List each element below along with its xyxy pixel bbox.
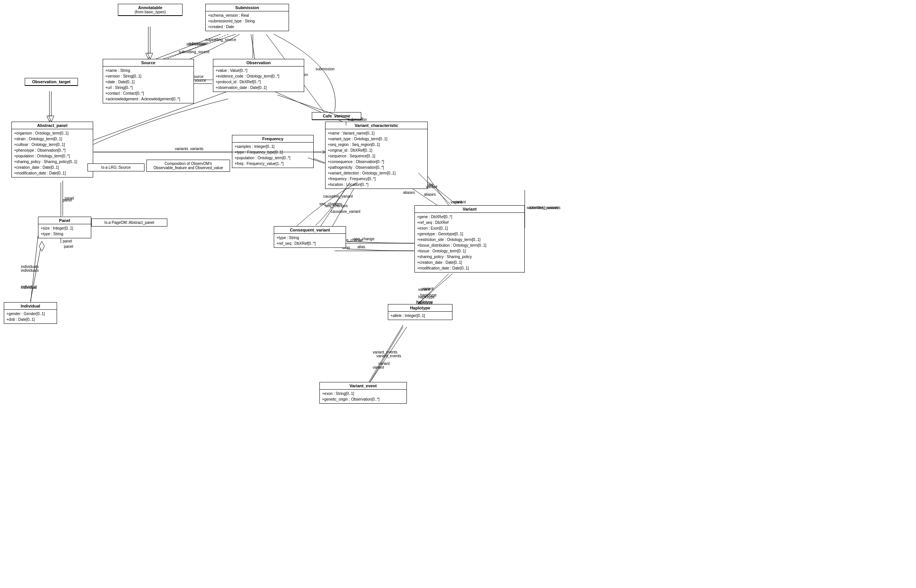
svg-text:panel: panel [64, 244, 73, 249]
svg-text:causative_variant: causative_variant [331, 210, 361, 213]
svg-line-77 [429, 183, 456, 205]
svg-marker-59 [49, 116, 54, 122]
svg-text:aliases: aliases [403, 191, 415, 195]
svg-text:variants: variants [175, 147, 188, 151]
svg-line-29 [319, 183, 350, 228]
svg-text:variant: variant [451, 200, 462, 204]
svg-text:panel: panel [63, 239, 72, 243]
composition-note-title: Composition of ObservOM's [150, 162, 227, 166]
annotatable-title-text: Annotatable [121, 5, 180, 10]
svg-text:submission: submission [186, 42, 206, 46]
svg-text:haplotype: haplotype [420, 293, 437, 297]
svg-text:variant_events: variant_events [376, 354, 401, 358]
annotatable-title: Annotatable (from basic_types) [118, 4, 182, 16]
observation-target-title: Observation_target [25, 78, 78, 86]
svg-line-87 [369, 325, 403, 382]
observation-title: Observation [213, 59, 304, 66]
svg-line-67 [31, 241, 42, 301]
svg-text:submitted_variants: submitted_variants [529, 206, 560, 210]
panel-box: Panel +size : Integer[0..1] +type : Stri… [38, 216, 91, 238]
svg-text:haplotype: haplotype [418, 295, 435, 299]
panel-title: Panel [39, 217, 91, 224]
svg-text:aliases: aliases [424, 192, 436, 197]
consequent-variant-title: Consequent_variant [274, 226, 346, 234]
svg-text:source: source [195, 78, 206, 82]
panel-body: +size : Integer[0..1] +type : String [39, 224, 91, 238]
consequent-variant-body: +type : String +ref_seq : DbXRef[0..*] [274, 234, 346, 247]
svg-line-0 [163, 34, 236, 59]
svg-text:seq_change: seq_change [354, 237, 375, 241]
cafe-variome-title: Cafe_variome [312, 113, 361, 120]
consequent-variant-box: Consequent_variant +type : String +ref_s… [274, 226, 346, 248]
individual-title: Individual [4, 302, 57, 310]
svg-text:individual: individual [21, 285, 37, 289]
svg-line-5 [156, 34, 220, 59]
variant-event-box: Variant_event +exon : String[0..1] +gene… [319, 382, 407, 404]
variant-title: Variant [415, 206, 524, 213]
submission-body: +schema_version : Real +submissionId_typ… [206, 11, 289, 31]
svg-text:submitting_source: submitting_source [206, 38, 236, 42]
submission-title: Submission [206, 4, 289, 11]
annotatable-box: Annotatable (from basic_types) [118, 4, 183, 16]
svg-text:submitting_source: submitting_source [179, 50, 210, 54]
variant-characteristic-title: Variant_characteristic [325, 122, 427, 129]
svg-line-42 [369, 327, 403, 384]
composition-note: Composition of ObservOM's Observable_fea… [146, 160, 230, 172]
svg-text:haplotype: haplotype [416, 300, 433, 304]
svg-text:panel: panel [63, 198, 72, 202]
variant-box: Variant +gene : DbXRef[0..*] +ref_seq : … [414, 205, 525, 273]
svg-line-84 [418, 274, 453, 303]
svg-line-37 [418, 274, 449, 304]
source-body: +name : String +version : String[0..1] +… [103, 66, 194, 103]
svg-text:submission: submission [188, 42, 207, 45]
abstract-panel-title: Abstract_panel [12, 122, 93, 129]
observation-box: Observation +value : Value[0..*] +eviden… [213, 59, 304, 92]
variant-body: +gene : DbXRef[0..*] +ref_seq : DbXRef +… [415, 213, 524, 272]
svg-text:variant: variant [373, 365, 384, 370]
svg-marker-8 [146, 53, 151, 59]
frequency-title: Frequency [232, 135, 313, 142]
svg-line-40 [369, 327, 407, 384]
variant-event-body: +exon : String[0..1] +genetic_origin : O… [320, 389, 406, 403]
frequency-body: +samples : Integer[0..1] +type : Frequen… [232, 142, 313, 168]
svg-text:individuals: individuals [21, 265, 39, 269]
svg-marker-52 [147, 53, 153, 59]
svg-text:submitted_variants: submitted_variants [527, 206, 558, 210]
individual-box: Individual +gender : Gender[0..1] +dob :… [4, 302, 57, 324]
observation-target-box: Observation_target [25, 78, 78, 86]
svg-text:variant_events: variant_events [373, 350, 397, 354]
svg-text:alias: alias [358, 245, 366, 249]
annotatable-subtitle: (from basic_types) [121, 10, 180, 14]
svg-line-2 [251, 34, 255, 59]
abstract-panel-box: Abstract_panel +organism : Ontology_term… [11, 122, 93, 178]
svg-line-17 [31, 236, 38, 304]
cafe-variome-box: Cafe_variome [312, 112, 361, 120]
variant-characteristic-box: Variant_characteristic +name : Variant_n… [325, 122, 428, 189]
is-a-pageom-text: Is-a PageOM::Abstract_panel [95, 220, 164, 225]
haplotype-box: Haplotype +allele : Integer[0..1] [388, 304, 453, 320]
variant-characteristic-body: +name : Variant_name[0..1] +variant_type… [325, 129, 427, 189]
observation-body: +value : Value[0..*] +evidence_code : On… [213, 66, 304, 92]
composition-note-subtitle: Observable_feature and Observed_value [150, 166, 227, 170]
svg-text:variant: variant [378, 362, 390, 366]
individual-body: +gender : Gender[0..1] +dob : Date[0..1] [4, 310, 57, 323]
svg-text:submission: submission [316, 67, 335, 71]
svg-text:seq_changes: seq_changes [325, 204, 348, 208]
svg-text:seq_changes: seq_changes [319, 202, 342, 206]
haplotype-body: +allele : Integer[0..1] [388, 312, 452, 320]
source-box: Source +name : String +version : String[… [103, 59, 194, 103]
abstract-panel-body: +organism : Ontology_term[0..1] +strain … [12, 129, 93, 177]
diagram-container: submission submission submitting_source … [0, 0, 916, 588]
is-a-pageom-note: Is-a PageOM::Abstract_panel [91, 218, 167, 226]
frequency-box: Frequency +samples : Integer[0..1] +type… [232, 135, 314, 168]
svg-text:variant: variant [422, 287, 434, 291]
svg-marker-10 [47, 116, 52, 122]
is-lrg-source-text: Is-a LRG::Source [91, 165, 141, 170]
svg-text:variant: variant [418, 288, 430, 292]
source-title: Source [103, 59, 194, 66]
svg-text:causative_variant: causative_variant [323, 194, 353, 199]
svg-text:panel: panel [65, 196, 74, 200]
svg-text:individual: individual [21, 286, 37, 290]
svg-line-53 [167, 34, 228, 59]
svg-text:variant: variant [455, 200, 466, 204]
